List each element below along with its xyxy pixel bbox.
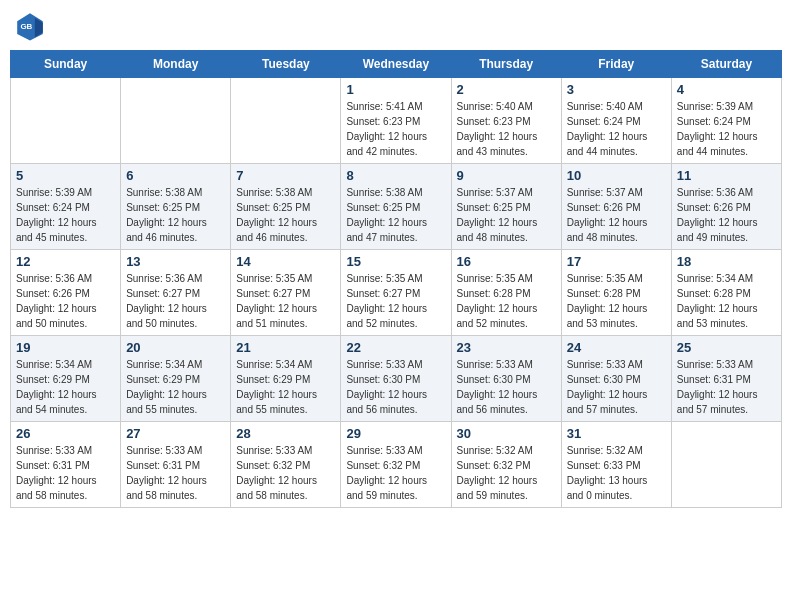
calendar-cell: 31 Sunrise: 5:32 AM Sunset: 6:33 PM Dayl… [561,422,671,508]
logo: GB [14,10,50,42]
calendar-cell: 9 Sunrise: 5:37 AM Sunset: 6:25 PM Dayli… [451,164,561,250]
calendar-cell [121,78,231,164]
day-number: 18 [677,254,776,269]
day-number: 15 [346,254,445,269]
day-info: Sunrise: 5:33 AM Sunset: 6:32 PM Dayligh… [346,445,427,501]
day-number: 19 [16,340,115,355]
calendar-cell [231,78,341,164]
day-number: 10 [567,168,666,183]
day-info: Sunrise: 5:32 AM Sunset: 6:33 PM Dayligh… [567,445,648,501]
day-number: 27 [126,426,225,441]
day-info: Sunrise: 5:40 AM Sunset: 6:23 PM Dayligh… [457,101,538,157]
day-of-week-header: Tuesday [231,51,341,78]
day-number: 13 [126,254,225,269]
day-info: Sunrise: 5:33 AM Sunset: 6:31 PM Dayligh… [126,445,207,501]
day-of-week-header: Sunday [11,51,121,78]
calendar-cell: 26 Sunrise: 5:33 AM Sunset: 6:31 PM Dayl… [11,422,121,508]
day-number: 21 [236,340,335,355]
day-info: Sunrise: 5:36 AM Sunset: 6:27 PM Dayligh… [126,273,207,329]
calendar-cell: 12 Sunrise: 5:36 AM Sunset: 6:26 PM Dayl… [11,250,121,336]
day-number: 8 [346,168,445,183]
calendar-cell: 28 Sunrise: 5:33 AM Sunset: 6:32 PM Dayl… [231,422,341,508]
day-info: Sunrise: 5:34 AM Sunset: 6:29 PM Dayligh… [236,359,317,415]
day-number: 26 [16,426,115,441]
day-info: Sunrise: 5:33 AM Sunset: 6:32 PM Dayligh… [236,445,317,501]
day-number: 9 [457,168,556,183]
day-info: Sunrise: 5:34 AM Sunset: 6:28 PM Dayligh… [677,273,758,329]
day-info: Sunrise: 5:33 AM Sunset: 6:30 PM Dayligh… [457,359,538,415]
day-info: Sunrise: 5:35 AM Sunset: 6:27 PM Dayligh… [346,273,427,329]
day-number: 14 [236,254,335,269]
day-info: Sunrise: 5:41 AM Sunset: 6:23 PM Dayligh… [346,101,427,157]
day-info: Sunrise: 5:38 AM Sunset: 6:25 PM Dayligh… [126,187,207,243]
day-number: 5 [16,168,115,183]
day-info: Sunrise: 5:35 AM Sunset: 6:27 PM Dayligh… [236,273,317,329]
day-number: 20 [126,340,225,355]
calendar-cell: 10 Sunrise: 5:37 AM Sunset: 6:26 PM Dayl… [561,164,671,250]
day-number: 30 [457,426,556,441]
day-number: 28 [236,426,335,441]
day-info: Sunrise: 5:36 AM Sunset: 6:26 PM Dayligh… [677,187,758,243]
day-number: 23 [457,340,556,355]
calendar-cell: 23 Sunrise: 5:33 AM Sunset: 6:30 PM Dayl… [451,336,561,422]
day-number: 1 [346,82,445,97]
day-info: Sunrise: 5:39 AM Sunset: 6:24 PM Dayligh… [677,101,758,157]
calendar-cell: 8 Sunrise: 5:38 AM Sunset: 6:25 PM Dayli… [341,164,451,250]
calendar-cell: 6 Sunrise: 5:38 AM Sunset: 6:25 PM Dayli… [121,164,231,250]
day-of-week-header: Wednesday [341,51,451,78]
calendar-cell: 5 Sunrise: 5:39 AM Sunset: 6:24 PM Dayli… [11,164,121,250]
day-of-week-header: Thursday [451,51,561,78]
calendar-table: SundayMondayTuesdayWednesdayThursdayFrid… [10,50,782,508]
day-of-week-header: Friday [561,51,671,78]
day-number: 4 [677,82,776,97]
day-info: Sunrise: 5:39 AM Sunset: 6:24 PM Dayligh… [16,187,97,243]
day-info: Sunrise: 5:34 AM Sunset: 6:29 PM Dayligh… [16,359,97,415]
day-info: Sunrise: 5:38 AM Sunset: 6:25 PM Dayligh… [236,187,317,243]
day-number: 29 [346,426,445,441]
calendar-cell: 21 Sunrise: 5:34 AM Sunset: 6:29 PM Dayl… [231,336,341,422]
calendar-cell: 16 Sunrise: 5:35 AM Sunset: 6:28 PM Dayl… [451,250,561,336]
calendar-cell: 4 Sunrise: 5:39 AM Sunset: 6:24 PM Dayli… [671,78,781,164]
day-info: Sunrise: 5:32 AM Sunset: 6:32 PM Dayligh… [457,445,538,501]
calendar-cell: 7 Sunrise: 5:38 AM Sunset: 6:25 PM Dayli… [231,164,341,250]
page-header: GB [10,10,782,42]
calendar-cell: 20 Sunrise: 5:34 AM Sunset: 6:29 PM Dayl… [121,336,231,422]
day-number: 3 [567,82,666,97]
calendar-cell: 22 Sunrise: 5:33 AM Sunset: 6:30 PM Dayl… [341,336,451,422]
day-info: Sunrise: 5:37 AM Sunset: 6:26 PM Dayligh… [567,187,648,243]
day-info: Sunrise: 5:37 AM Sunset: 6:25 PM Dayligh… [457,187,538,243]
calendar-cell: 30 Sunrise: 5:32 AM Sunset: 6:32 PM Dayl… [451,422,561,508]
day-number: 17 [567,254,666,269]
day-info: Sunrise: 5:38 AM Sunset: 6:25 PM Dayligh… [346,187,427,243]
calendar-cell: 11 Sunrise: 5:36 AM Sunset: 6:26 PM Dayl… [671,164,781,250]
day-number: 7 [236,168,335,183]
day-info: Sunrise: 5:33 AM Sunset: 6:30 PM Dayligh… [346,359,427,415]
day-info: Sunrise: 5:34 AM Sunset: 6:29 PM Dayligh… [126,359,207,415]
calendar-cell: 15 Sunrise: 5:35 AM Sunset: 6:27 PM Dayl… [341,250,451,336]
day-info: Sunrise: 5:35 AM Sunset: 6:28 PM Dayligh… [567,273,648,329]
day-info: Sunrise: 5:33 AM Sunset: 6:30 PM Dayligh… [567,359,648,415]
calendar-cell: 24 Sunrise: 5:33 AM Sunset: 6:30 PM Dayl… [561,336,671,422]
svg-text:GB: GB [20,22,32,31]
calendar-cell: 25 Sunrise: 5:33 AM Sunset: 6:31 PM Dayl… [671,336,781,422]
calendar-cell [671,422,781,508]
day-number: 12 [16,254,115,269]
calendar-cell: 27 Sunrise: 5:33 AM Sunset: 6:31 PM Dayl… [121,422,231,508]
logo-icon: GB [14,10,46,42]
calendar-cell: 18 Sunrise: 5:34 AM Sunset: 6:28 PM Dayl… [671,250,781,336]
day-number: 6 [126,168,225,183]
day-number: 22 [346,340,445,355]
day-of-week-header: Monday [121,51,231,78]
day-number: 2 [457,82,556,97]
calendar-cell: 3 Sunrise: 5:40 AM Sunset: 6:24 PM Dayli… [561,78,671,164]
day-number: 16 [457,254,556,269]
calendar-cell: 2 Sunrise: 5:40 AM Sunset: 6:23 PM Dayli… [451,78,561,164]
calendar-cell: 17 Sunrise: 5:35 AM Sunset: 6:28 PM Dayl… [561,250,671,336]
day-number: 25 [677,340,776,355]
calendar-cell [11,78,121,164]
calendar-cell: 14 Sunrise: 5:35 AM Sunset: 6:27 PM Dayl… [231,250,341,336]
day-info: Sunrise: 5:36 AM Sunset: 6:26 PM Dayligh… [16,273,97,329]
day-number: 11 [677,168,776,183]
day-of-week-header: Saturday [671,51,781,78]
day-info: Sunrise: 5:40 AM Sunset: 6:24 PM Dayligh… [567,101,648,157]
